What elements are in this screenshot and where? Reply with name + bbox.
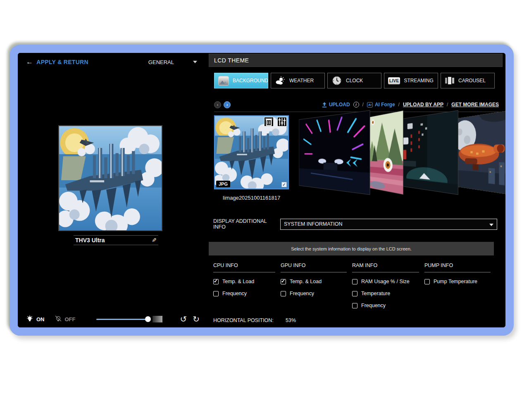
tab-clock[interactable]: CLOCK [327, 73, 381, 88]
adjust-image-button[interactable] [277, 117, 287, 126]
ram-temperature-checkbox[interactable] [352, 291, 357, 296]
gpu-temp-load-label: Temp. & Load [290, 279, 322, 284]
color-swatch-orange[interactable] [324, 330, 338, 336]
brightness-gradient-swatch [153, 316, 162, 322]
color-swatch-white-wide[interactable] [400, 330, 469, 336]
upload-icon [322, 102, 327, 107]
tab-carousel-label: CAROUSEL [458, 78, 486, 84]
backlight-controls: ON OFF ↺ ↻ [26, 315, 200, 323]
bulb-on-icon [26, 315, 33, 323]
ram-info-column: RAM INFO RAM Usage % / Size Temperature … [352, 262, 419, 308]
rotate-cw-button[interactable]: ↻ [193, 315, 200, 323]
delete-image-button[interactable] [264, 117, 274, 126]
ram-frequency-label: Frequency [361, 303, 386, 308]
ai-forge-label: AI Forge [375, 102, 395, 107]
gpu-frequency-label: Frequency [290, 291, 314, 296]
horizontal-position-row: HORIZONTAL POSITION: 53% [213, 317, 505, 323]
brightness-slider-knob[interactable] [145, 316, 151, 322]
gpu-frequency-option[interactable]: Frequency [281, 291, 347, 296]
color-swatch-green[interactable] [381, 330, 395, 336]
tab-carousel[interactable]: CAROUSEL [441, 73, 495, 88]
upload-by-app-link[interactable]: UPLOAD BY APP [403, 102, 443, 107]
ram-frequency-option[interactable]: Frequency [352, 303, 419, 308]
lcd-preview-block: THV3 Ultra ✎ [58, 125, 162, 245]
window-content: ← APPLY & RETURN GENERAL THV3 Ultra ✎ [18, 53, 505, 327]
horizontal-position-fill [209, 333, 255, 334]
device-name-label: THV3 Ultra [75, 237, 105, 243]
lcd-theme-title: LCD THEME [214, 57, 249, 64]
cpu-temp-load-checkbox[interactable] [213, 279, 219, 284]
horizontal-position-label: HORIZONTAL POSITION: [213, 317, 286, 323]
tab-weather[interactable]: WEATHER [271, 73, 325, 88]
brightness-slider[interactable] [96, 316, 150, 322]
ram-info-title: RAM INFO [352, 262, 419, 272]
thumbnail-cyberpunk-alley[interactable] [397, 110, 458, 195]
lcd-theme-window: ← APPLY & RETURN GENERAL THV3 Ultra ✎ [10, 45, 514, 336]
display-additional-info-row: DISPLAY ADDITIONAL INFO SYSTEM INFORMATI… [213, 218, 505, 230]
pump-info-column: PUMP INFO Pump Temperature [424, 262, 491, 308]
weather-icon [275, 76, 286, 86]
backlight-off-label: OFF [65, 316, 76, 322]
rotate-ccw-button[interactable]: ↺ [180, 315, 187, 323]
red-spaceship-moon-art [450, 110, 510, 195]
pump-temperature-checkbox[interactable] [424, 279, 430, 284]
ram-usage-option[interactable]: RAM Usage % / Size [352, 279, 419, 284]
general-dropdown-label: GENERAL [148, 59, 174, 65]
selected-checkbox[interactable]: ✓ [281, 182, 287, 187]
tab-background[interactable]: BACKGROUND [214, 73, 268, 88]
color-swatch-yellow[interactable] [362, 330, 376, 336]
get-more-images-link[interactable]: GET MORE IMAGES [451, 102, 499, 107]
apply-return-label: APPLY & RETURN [36, 59, 88, 65]
ram-temperature-option[interactable]: Temperature [352, 291, 419, 296]
cpu-temp-load-label: Temp. & Load [222, 279, 254, 284]
pump-temperature-option[interactable]: Pump Temperature [424, 279, 491, 284]
tab-streaming[interactable]: LIVE STREAMING [384, 73, 438, 88]
brightness-slider-track[interactable] [96, 319, 150, 320]
device-name-field[interactable]: THV3 Ultra ✎ [74, 235, 158, 245]
image-carousel: JPG ✓ [208, 115, 505, 191]
cpu-temp-load-option[interactable]: Temp. & Load [213, 279, 275, 284]
thumbnail-neon-light-streaks[interactable] [299, 110, 370, 195]
format-badge: JPG [216, 181, 230, 187]
system-info-columns: CPU INFO Temp. & Load Frequency GPU INFO… [213, 262, 505, 308]
backlight-on-toggle[interactable]: ON [26, 315, 45, 323]
ram-frequency-checkbox[interactable] [352, 303, 357, 308]
upload-label: UPLOAD [329, 102, 350, 107]
cpu-frequency-option[interactable]: Frequency [213, 291, 275, 296]
upload-links: UPLOAD i / AI AI Forge / UPLOAD BY APP /… [322, 102, 499, 107]
apply-return-button[interactable]: ← APPLY & RETURN [26, 58, 88, 66]
horizontal-position-value: 53% [286, 317, 296, 323]
thumbnail-floating-sky-city-selected[interactable]: JPG ✓ [214, 115, 289, 189]
gallery-next-button[interactable]: › [224, 101, 231, 108]
horizontal-position-track[interactable] [209, 333, 296, 334]
color-swatch-red-2[interactable] [474, 330, 488, 336]
gpu-temp-load-option[interactable]: Temp. & Load [281, 279, 347, 284]
gpu-frequency-checkbox[interactable] [281, 291, 286, 296]
gallery-prev-button[interactable]: ‹ [214, 101, 221, 108]
cpu-frequency-checkbox[interactable] [213, 291, 219, 296]
tab-weather-label: WEATHER [289, 78, 314, 84]
position-and-colors-row [209, 329, 505, 336]
separator: / [362, 102, 364, 107]
system-information-select[interactable]: SYSTEM INFORMATION [280, 219, 497, 230]
tune-sliders-icon [278, 117, 286, 126]
ai-forge-link[interactable]: AI AI Forge [367, 102, 395, 107]
image-icon [218, 76, 229, 86]
ram-usage-checkbox[interactable] [352, 279, 357, 284]
helper-banner: Select the system information to display… [209, 242, 494, 255]
gpu-temp-load-checkbox[interactable] [281, 279, 286, 284]
backlight-on-label: ON [36, 316, 45, 322]
lcd-theme-header: LCD THEME [209, 54, 503, 67]
ram-usage-label: RAM Usage % / Size [361, 279, 410, 284]
backlight-off-toggle[interactable]: OFF [55, 315, 76, 323]
horizontal-position-slider[interactable] [209, 331, 296, 336]
thumbnail-red-spaceship-moon[interactable] [450, 110, 510, 195]
general-dropdown[interactable]: GENERAL [148, 59, 197, 65]
rotate-controls: ↺ ↻ [180, 315, 200, 323]
upload-button[interactable]: UPLOAD [322, 102, 350, 107]
edit-pencil-icon[interactable]: ✎ [152, 237, 157, 243]
info-icon[interactable]: i [353, 102, 359, 107]
color-swatch-amber[interactable] [343, 330, 357, 336]
horizontal-position-knob[interactable] [253, 331, 258, 336]
color-swatch-red[interactable] [305, 330, 319, 336]
